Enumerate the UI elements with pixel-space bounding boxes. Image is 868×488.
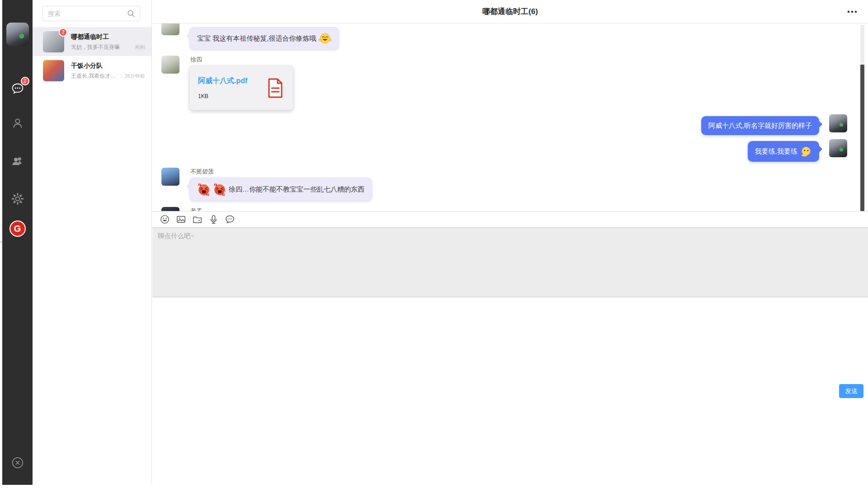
sender-name — [190, 23, 339, 25]
conversation-avatar — [43, 60, 64, 81]
sender-name: 徐四 — [190, 56, 293, 64]
sidebar-item-settings[interactable] — [10, 191, 25, 206]
collapse-chevron[interactable]: › — [0, 239, 2, 245]
file-name[interactable]: 阿威十八式.pdf — [198, 76, 259, 85]
avatar[interactable] — [829, 139, 847, 157]
message-row: 阿威十八式,听名字就好厉害的样子 — [161, 116, 847, 135]
message-row: 我要练,我要练 — [161, 141, 847, 162]
chat-menu-button[interactable] — [846, 7, 858, 16]
message-text: 宝宝 我这有本祖传秘笈,很适合你修炼哦 — [197, 33, 316, 43]
search-input[interactable] — [42, 6, 140, 21]
contact-icon — [11, 117, 24, 130]
close-button[interactable] — [10, 455, 25, 470]
message-text: 我要练,我要练 — [755, 146, 797, 156]
composer-toolbar — [152, 211, 868, 227]
melting-face-emoji — [800, 145, 812, 157]
chat-bubble: 徐四…你能不能不教宝宝一些乱七八糟的东西 — [189, 178, 372, 201]
file-size: 1KB — [198, 93, 259, 99]
rage-emoji — [197, 183, 211, 196]
conversation-item[interactable]: 干饭小分队 王道长,我看你才… 26分钟前 — [33, 56, 151, 85]
chat-header: 哪都通临时工(6) — [152, 0, 868, 23]
unread-badge: 2 — [59, 28, 67, 37]
scrollbar-track[interactable] — [860, 25, 864, 211]
ellipsis-icon — [847, 10, 858, 14]
folder-icon[interactable] — [191, 214, 203, 225]
sidebar-item-contacts[interactable] — [10, 116, 25, 131]
conversation-last-message: 无妨，技多不压身嘛 — [71, 43, 132, 51]
message-text: 徐四…你能不能不教宝宝一些乱七八糟的东西 — [229, 184, 364, 194]
image-icon[interactable] — [175, 214, 187, 225]
composer-footer: 发送 — [152, 297, 868, 485]
avatar[interactable] — [161, 207, 179, 211]
close-circle-icon — [11, 456, 24, 469]
avatar[interactable] — [829, 114, 847, 132]
conversation-title: 哪都通临时工 — [71, 32, 145, 41]
conversation-time: 26分钟前 — [125, 73, 145, 80]
sidebar-item-chats[interactable]: 2 — [10, 81, 25, 96]
conversation-item[interactable]: 2 哪都通临时工 无妨，技多不压身嘛 刚刚 — [33, 27, 151, 56]
user-avatar[interactable] — [6, 23, 29, 46]
mic-icon[interactable] — [208, 214, 219, 225]
app-logo[interactable]: G — [9, 221, 26, 237]
search-box — [42, 6, 140, 21]
message-row: 不摇碧莲 徐四…你能不能不教宝宝一些乱七八糟的东西 — [161, 168, 847, 201]
sender-name: 老孟 — [190, 207, 307, 211]
conversation-list: 2 哪都通临时工 无妨，技多不压身嘛 刚刚 干饭小分队 王道长,我看你才… 2 — [33, 27, 151, 85]
hug-emoji — [319, 32, 331, 45]
sender-name: 不摇碧莲 — [190, 168, 372, 176]
avatar[interactable] — [161, 23, 179, 35]
composer — [152, 227, 868, 297]
message-list: 宝宝 我这有本祖传秘笈,很适合你修炼哦 徐四 阿威十八式.pdf 1KB 阿威十… — [152, 23, 868, 211]
message-icon[interactable] — [224, 214, 236, 225]
message-input[interactable] — [152, 228, 868, 297]
chat-panel: 哪都通临时工(6) 宝宝 我这有本祖传秘笈,很适合你修炼哦 徐四 阿威十八式.p… — [152, 0, 868, 485]
avatar[interactable] — [161, 56, 179, 74]
unread-badge: 2 — [21, 77, 29, 85]
left-rail: 2 — [2, 0, 33, 485]
message-row: 老孟宝宝你还是不要跟着你四哥乱学了 — [161, 207, 847, 211]
emoji-picker-icon[interactable] — [159, 214, 170, 225]
conversation-avatar: 2 — [43, 31, 64, 52]
chat-bubble: 阿威十八式,听名字就好厉害的样子 — [701, 116, 819, 135]
conversation-title: 干饭小分队 — [71, 61, 145, 70]
chat-bubble: 我要练,我要练 — [748, 141, 819, 162]
chat-list-panel: 2 哪都通临时工 无妨，技多不压身嘛 刚刚 干饭小分队 王道长,我看你才… 2 — [33, 0, 152, 485]
message-text: 阿威十八式,听名字就好厉害的样子 — [708, 121, 812, 131]
rage-emoji — [213, 183, 226, 196]
scrollbar-thumb[interactable] — [860, 65, 864, 211]
sidebar-item-groups[interactable] — [10, 154, 25, 169]
message-row: 徐四 阿威十八式.pdf 1KB — [161, 56, 847, 110]
chat-bubble: 宝宝 我这有本祖传秘笈,很适合你修炼哦 — [189, 27, 339, 50]
chat-app-window: 2 — [0, 0, 868, 488]
search-icon[interactable] — [127, 9, 136, 20]
pdf-file-icon — [266, 78, 285, 99]
gear-icon — [11, 192, 24, 206]
message-area: 宝宝 我这有本祖传秘笈,很适合你修炼哦 徐四 阿威十八式.pdf 1KB 阿威十… — [152, 23, 868, 211]
conversation-time: 刚刚 — [135, 44, 145, 51]
avatar[interactable] — [161, 168, 179, 186]
message-row: 宝宝 我这有本祖传秘笈,很适合你修炼哦 — [161, 23, 847, 50]
file-attachment-card[interactable]: 阿威十八式.pdf 1KB — [189, 66, 293, 110]
send-button[interactable]: 发送 — [839, 384, 863, 398]
group-icon — [10, 155, 25, 168]
conversation-last-message: 王道长,我看你才… — [71, 72, 122, 80]
chat-title: 哪都通临时工(6) — [482, 6, 538, 17]
